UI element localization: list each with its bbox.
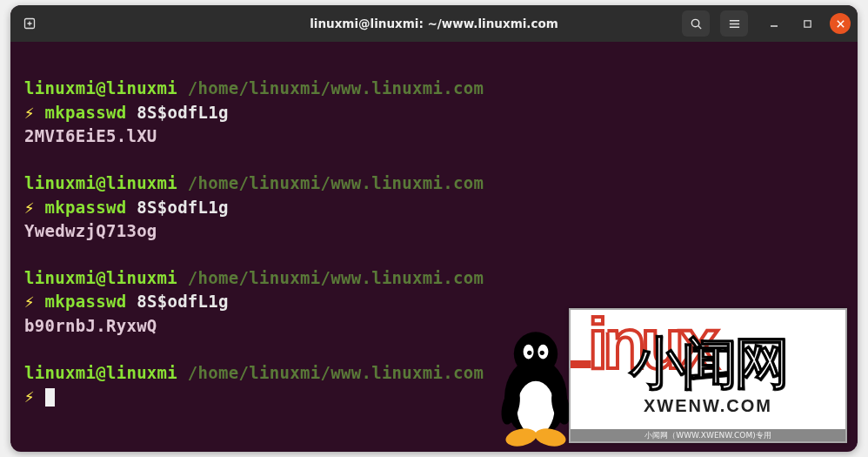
titlebar-left — [17, 10, 43, 37]
current-path: /home/linuxmi/www.linuxmi.com — [188, 363, 484, 382]
window-title: linuxmi@linuxmi: ~/www.linuxmi.com — [310, 17, 558, 30]
window-controls — [764, 13, 851, 34]
cursor — [45, 388, 55, 407]
watermark-chinese-text: 小闻网 — [630, 326, 786, 401]
menu-button[interactable] — [720, 10, 748, 37]
current-path: /home/linuxmi/www.linuxmi.com — [188, 78, 484, 97]
titlebar-right — [682, 10, 851, 37]
prompt-symbol: ⚡ — [24, 292, 35, 311]
svg-point-18 — [540, 351, 544, 355]
terminal-window: linuxmi@linuxmi: ~/www.linuxmi.com — [10, 5, 858, 452]
prompt-symbol: ⚡ — [24, 198, 35, 217]
minimize-button[interactable] — [764, 13, 785, 34]
watermark: Linux 小闻网 XWENW.COM 小闻网（WWW.XWENW.COM)专用 — [569, 308, 847, 443]
command: mkpasswd — [45, 292, 127, 311]
close-icon — [836, 19, 845, 29]
command-line: ⚡ mkpasswd 8S$odfL1g — [24, 196, 844, 220]
command: mkpasswd — [45, 198, 127, 217]
search-icon — [690, 17, 703, 30]
output-line: 2MVI6EiE5.lXU — [24, 124, 844, 149]
output-line: YwedwzjQ713og — [24, 219, 844, 244]
watermark-domain: XWENW.COM — [644, 396, 772, 416]
watermark-footer: 小闻网（WWW.XWENW.COM)专用 — [571, 429, 845, 441]
search-button[interactable] — [682, 10, 710, 37]
minimize-icon — [769, 18, 779, 29]
prompt-symbol: ⚡ — [24, 386, 35, 406]
hamburger-icon — [728, 17, 741, 30]
prompt-line: linuxmi@linuxmi /home/linuxmi/www.linuxm… — [24, 77, 844, 101]
svg-point-14 — [514, 332, 558, 375]
command: mkpasswd — [45, 103, 127, 122]
svg-point-13 — [517, 381, 554, 435]
prompt-line: linuxmi@linuxmi /home/linuxmi/www.linuxm… — [24, 171, 844, 196]
prompt-symbol: ⚡ — [24, 103, 35, 122]
user-host: linuxmi@linuxmi — [24, 173, 177, 192]
svg-point-3 — [691, 19, 698, 26]
command-arg: 8S$odfL1g — [137, 103, 229, 122]
svg-rect-9 — [804, 20, 810, 26]
svg-point-17 — [527, 351, 531, 355]
titlebar: linuxmi@linuxmi: ~/www.linuxmi.com — [10, 5, 858, 42]
svg-line-4 — [698, 25, 700, 28]
user-host: linuxmi@linuxmi — [24, 268, 177, 287]
new-tab-button[interactable] — [17, 10, 43, 37]
prompt-line: linuxmi@linuxmi /home/linuxmi/www.linuxm… — [24, 266, 844, 291]
current-path: /home/linuxmi/www.linuxmi.com — [188, 173, 484, 192]
close-button[interactable] — [830, 13, 851, 34]
user-host: linuxmi@linuxmi — [24, 78, 177, 97]
new-tab-icon — [23, 17, 37, 30]
current-path: /home/linuxmi/www.linuxmi.com — [188, 268, 484, 287]
command-arg: 8S$odfL1g — [137, 292, 229, 311]
user-host: linuxmi@linuxmi — [24, 363, 177, 382]
maximize-icon — [803, 19, 812, 29]
command-arg: 8S$odfL1g — [137, 198, 229, 217]
maximize-button[interactable] — [797, 13, 818, 34]
command-line: ⚡ mkpasswd 8S$odfL1g — [24, 101, 844, 125]
